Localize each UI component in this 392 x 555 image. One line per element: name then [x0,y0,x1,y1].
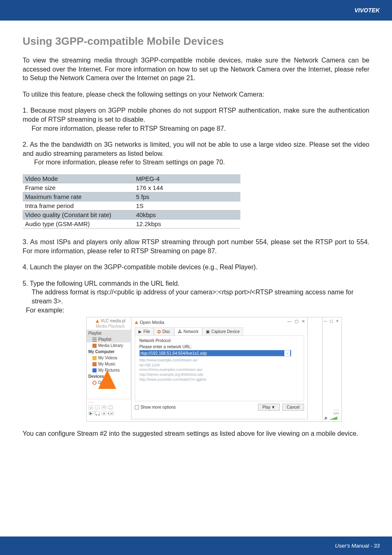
step-5: 5. Type the following URL commands in th… [23,279,369,314]
sidebar-item-label: Media Library [98,343,123,348]
tab-label: File [143,329,150,334]
play-button[interactable]: ▶ [88,411,93,415]
checkbox-icon [135,405,139,409]
tab-label: Disc [162,329,170,334]
table-row: Audio type (GSM-AMR)12.2kbps [23,219,240,228]
library-icon [92,344,97,348]
example-3: mms://mms.examples.com/stream.asx [139,368,300,372]
sidebar-item-library[interactable]: Media Library [87,342,131,349]
loop-button[interactable]: ⟲ [101,405,106,409]
close-button[interactable]: ✕ [336,319,339,323]
prev-button[interactable]: |◄◄ [95,411,100,415]
url-examples: http://www.example.com/stream.avi rtp://… [139,358,300,382]
step-1-sub: For more information, please refer to RT… [23,124,369,133]
table-row: Maximum frame rate5 fps [23,192,240,201]
open-media-tabs: ▶File Disc 🖧Network ▣Capture Device [131,326,307,335]
stop-button[interactable]: ■ [101,411,106,415]
show-more-checkbox[interactable]: Show more options [135,405,176,409]
cancel-button[interactable]: Cancel [282,404,304,411]
time-label: --:-- [88,400,129,404]
url-input[interactable]: rtsp://192.168.51.64:554/live1s1.sdp ⌄ [139,350,291,356]
cell-val: 176 x 144 [134,183,240,192]
sidebar-item-label: Playlist [98,337,111,342]
cell-key: Video quality (Constant bit rate) [23,210,134,219]
file-icon: ▶ [138,329,142,334]
tab-network[interactable]: 🖧Network [174,327,203,335]
settings-table: Video ModeMPEG-4 Frame size176 x 144 Max… [23,174,240,229]
step-5-sub1: The address format is rtsp://<public ip … [23,288,369,305]
step-1: 1. Because most players on 3GPP mobile p… [23,106,369,133]
cell-val: 40kbps [134,210,240,219]
picture-icon [92,368,97,372]
time-label-2: --:-- [334,408,339,412]
next-button[interactable]: ►►| [108,411,113,415]
snapshot-button[interactable]: ○ [95,405,100,409]
step-1-main: 1. Because most players on 3GPP mobile p… [23,106,369,124]
step-5-main: 5. Type the following URL commands in th… [23,279,369,288]
cell-key: Frame size [23,183,134,192]
example-1: http://www.example.com/stream.avi [139,358,300,363]
brand-label: VIVOTEK [355,7,380,14]
vlc-main-window: VLC media pl Media Playback Playlist Pla… [86,317,333,422]
header-band: VIVOTEK [0,0,392,21]
step-2-sub: For more information, please refer to St… [23,158,369,167]
capture-icon: ▣ [206,329,210,334]
step-5-sub2: For example: [23,306,369,315]
sidebar-item-videos[interactable]: My Videos [87,355,131,361]
cell-key: Maximum frame rate [23,192,134,201]
music-icon [92,362,97,366]
list-icon [92,338,97,342]
volume-area[interactable]: 🔈 [324,416,337,420]
sidebar-item-label: My Videos [98,356,118,360]
vlc-title-text: VLC media pl [101,319,125,323]
max-button[interactable]: ▢ [295,319,298,324]
tab-file[interactable]: ▶File [135,327,154,335]
open-media-title: Open Media [131,317,307,326]
min-button[interactable]: — [287,319,291,324]
tab-disc[interactable]: Disc [154,327,174,335]
section-title: Using 3GPP-compatible Mobile Devices [23,35,369,48]
table-row: Video ModeMPEG-4 [23,174,240,183]
footer-text: User's Manual - 33 [335,543,380,549]
fullscreen-button[interactable]: ⛶ [108,405,113,409]
table-row: Intra frame period1S [23,201,240,210]
vlc-right-edge: — ▢ ✕ --:-- 🔈 16% [322,317,342,422]
volume-triangle-icon [329,416,337,420]
cell-val: 12.2kbps [134,219,240,228]
table-row: Video quality (Constant bit rate)40kbps [23,210,240,219]
sidebar-item-playlist[interactable]: Playlist [87,336,131,342]
cell-key: Audio type (GSM-AMR) [23,219,134,228]
record-button[interactable]: ● [88,405,93,409]
max-button[interactable]: ▢ [330,319,333,323]
close-button[interactable]: ✕ [302,319,305,324]
url-value: rtsp://192.168.51.64:554/live1s1.sdp [141,351,207,356]
volume-label: 16% [333,412,339,415]
dialog-window-buttons: — ▢ ✕ [287,319,305,324]
vlc-sidebar: Playlist Playlist Media Library My Compu… [87,330,131,400]
url-label: Please enter a network URL: [139,345,300,349]
open-media-footer: Show more options Play▼ Cancel [135,404,304,411]
tab-label: Network [184,329,199,334]
open-media-dialog: Open Media — ▢ ✕ ▶File Disc 🖧Network ▣Ca… [131,317,308,419]
intro-paragraph-2: To utilize this feature, please check th… [23,90,369,99]
closing-paragraph: You can configure Stream #2 into the sug… [23,429,369,438]
tab-label: Capture Device [211,329,240,334]
sidebar-item-music[interactable]: My Music [87,361,131,367]
play-button[interactable]: Play▼ [258,404,280,411]
dropdown-icon[interactable]: ⌄ [284,350,290,356]
cell-val: MPEG-4 [134,174,240,183]
tab-capture[interactable]: ▣Capture Device [202,327,243,335]
open-media-body: Network Protocol Please enter a network … [135,335,304,401]
cell-key: Intra frame period [23,201,134,210]
content-area: Using 3GPP-compatible Mobile Devices To … [0,21,392,438]
disc-icon [157,330,161,333]
vlc-cone-icon [96,319,99,323]
open-media-title-text: Open Media [140,320,164,325]
example-4: rtsp://server.example.org:8080/test.sdp [139,372,300,377]
step-3: 3. As most ISPs and players only allow R… [23,238,369,255]
min-button[interactable]: — [323,319,327,323]
chevron-down-icon: ▼ [271,405,275,409]
sidebar-header-playlist: Playlist [87,330,131,336]
step-2: 2. As the the bandwidth on 3G networks i… [23,140,369,167]
intro-paragraph-1: To view the streaming media through 3GPP… [23,56,369,83]
